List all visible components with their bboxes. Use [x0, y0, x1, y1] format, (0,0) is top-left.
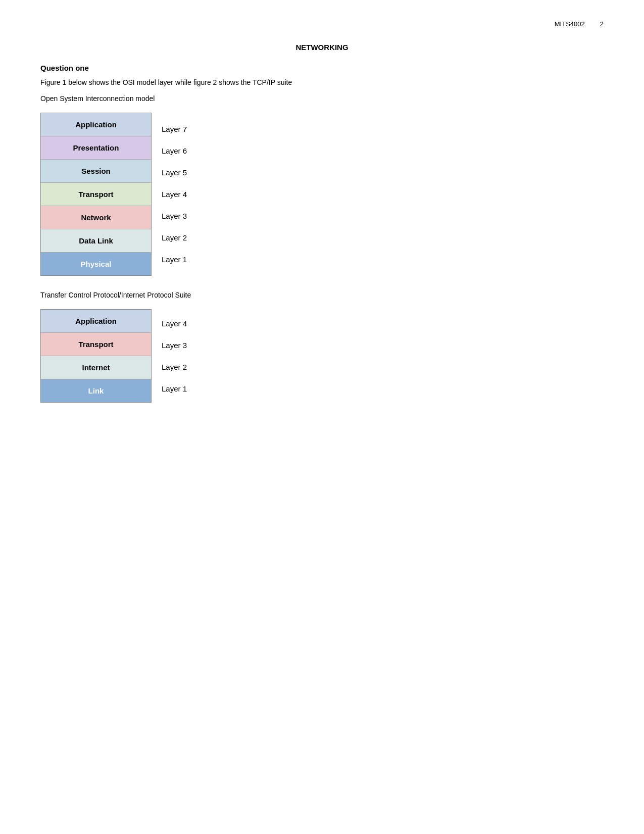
osi-layer-row: Presentation [41, 136, 151, 160]
osi-layer-label: Layer 4 [162, 183, 187, 205]
tcp-layer-row: Internet [41, 356, 151, 379]
osi-layer-label: Layer 5 [162, 162, 187, 183]
osi-layer-row: Network [41, 206, 151, 229]
tcp-layers-table: ApplicationTransportInternetLink [40, 309, 152, 403]
osi-layer-row: Session [41, 160, 151, 183]
osi-layer-row: Physical [41, 253, 151, 275]
osi-layer-label: Layer 7 [162, 118, 187, 140]
osi-layer-row: Application [41, 113, 151, 136]
osi-model-label: Open System Interconnection model [40, 94, 604, 103]
osi-model-container: ApplicationPresentationSessionTransportN… [40, 113, 604, 276]
tcp-layer-row: Application [41, 310, 151, 333]
osi-layer-label: Layer 3 [162, 205, 187, 227]
osi-layer-row: Transport [41, 183, 151, 206]
tcp-layer-label: Layer 3 [162, 334, 187, 356]
tcp-layer-label: Layer 4 [162, 313, 187, 334]
page-header: MITS4002 2 [40, 20, 604, 28]
intro-text: Figure 1 below shows the OSI model layer… [40, 78, 604, 86]
page-number: 2 [600, 20, 604, 28]
tcp-layer-row: Link [41, 379, 151, 402]
tcp-layer-label: Layer 1 [162, 378, 187, 400]
osi-layer-labels: Layer 7Layer 6Layer 5Layer 4Layer 3Layer… [162, 118, 187, 270]
document-title: NETWORKING [40, 43, 604, 52]
osi-layer-label: Layer 6 [162, 140, 187, 162]
tcp-layer-label: Layer 2 [162, 356, 187, 378]
osi-layer-label: Layer 2 [162, 227, 187, 249]
tcp-layer-row: Transport [41, 333, 151, 356]
osi-layers-table: ApplicationPresentationSessionTransportN… [40, 113, 152, 276]
tcp-model-label: Transfer Control Protocol/Internet Proto… [40, 291, 604, 299]
course-code: MITS4002 [555, 20, 585, 28]
tcp-layer-labels: Layer 4Layer 3Layer 2Layer 1 [162, 313, 187, 400]
question-heading: Question one [40, 64, 604, 72]
osi-layer-row: Data Link [41, 229, 151, 253]
tcp-model-container: ApplicationTransportInternetLink Layer 4… [40, 309, 604, 403]
osi-layer-label: Layer 1 [162, 249, 187, 270]
